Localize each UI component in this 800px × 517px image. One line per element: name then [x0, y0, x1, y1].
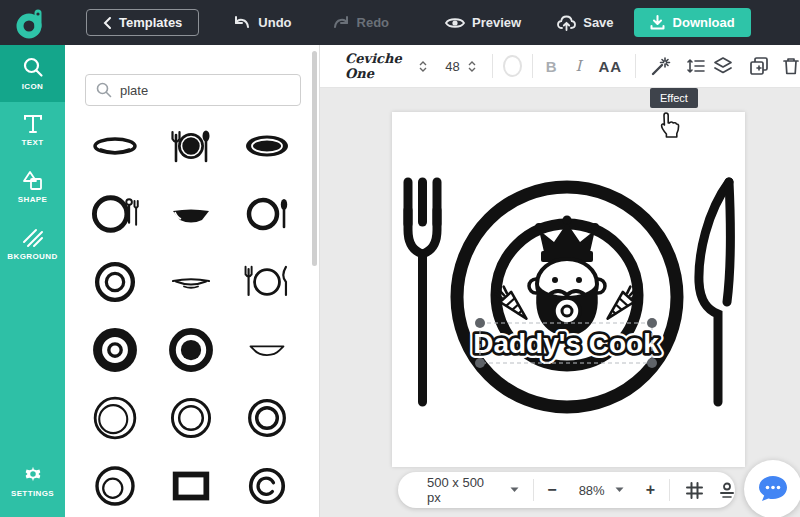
- icon-grid-item[interactable]: [77, 118, 153, 173]
- bold-button[interactable]: B: [546, 58, 557, 75]
- toolbar-divider: [532, 54, 533, 78]
- templates-button[interactable]: Templates: [86, 9, 199, 36]
- icon-grid-item[interactable]: [229, 118, 305, 173]
- icon-grid-item[interactable]: [153, 390, 229, 445]
- caret-down-icon: [468, 67, 476, 72]
- logo-text[interactable]: Daddy's Cook Daddy's Cook Daddy's Cook: [473, 328, 659, 359]
- chef-king-emblem[interactable]: [529, 216, 605, 337]
- zoom-out-button[interactable]: −: [547, 481, 556, 499]
- chevron-left-icon: [103, 17, 111, 29]
- plate-oval-filled-icon: [239, 122, 295, 170]
- caret-down-icon: [419, 67, 427, 72]
- grid-toggle-button[interactable]: [686, 482, 703, 499]
- panel-scrollbar[interactable]: [312, 51, 317, 266]
- layers-button[interactable]: [712, 56, 734, 76]
- icon-grid-item[interactable]: [229, 254, 305, 309]
- icon-grid-item[interactable]: [77, 458, 153, 513]
- fork-shape[interactable]: [408, 182, 437, 402]
- undo-button[interactable]: Undo: [233, 15, 291, 30]
- chat-support-button[interactable]: [744, 460, 800, 517]
- bowl-side-filled-icon: [164, 190, 218, 238]
- font-size-value[interactable]: 48: [445, 59, 459, 74]
- font-family-stepper[interactable]: [419, 61, 427, 72]
- duplicate-button[interactable]: [749, 56, 769, 76]
- trash-icon: [782, 56, 800, 76]
- bottombar-divider: [669, 479, 670, 501]
- save-button[interactable]: Save: [557, 15, 613, 31]
- selection-handle[interactable]: [475, 318, 485, 328]
- snap-position-icon: [719, 482, 735, 499]
- icon-grid-item[interactable]: [153, 186, 229, 241]
- search-box[interactable]: [85, 74, 301, 106]
- place-setting-outline-icon: [238, 256, 296, 308]
- icon-grid-item[interactable]: [153, 322, 229, 377]
- icon-grid-item[interactable]: [229, 458, 305, 513]
- icon-grid-item[interactable]: [77, 254, 153, 309]
- canvas-area[interactable]: Effect: [320, 88, 800, 517]
- sidebar-item-settings[interactable]: SETTINGS: [0, 460, 65, 517]
- text-color-swatch[interactable]: [503, 55, 522, 77]
- delete-button[interactable]: [782, 56, 800, 76]
- icon-grid-item[interactable]: [77, 390, 153, 445]
- canvas-size-select[interactable]: 500 x 500 px: [427, 475, 500, 505]
- preview-button[interactable]: Preview: [445, 15, 521, 30]
- plate-side-thin-icon: [164, 258, 218, 306]
- download-button[interactable]: Download: [634, 8, 751, 37]
- plate-double-ring-icon: [89, 256, 141, 308]
- toolbar-divider: [492, 54, 493, 78]
- sidebar-item-text[interactable]: TEXT: [0, 102, 65, 159]
- search-icon: [22, 56, 44, 78]
- layers-icon: [712, 56, 734, 76]
- canvas-size-caret[interactable]: [510, 487, 519, 493]
- line-spacing-button[interactable]: [686, 57, 706, 75]
- font-family-select[interactable]: Ceviche One: [345, 51, 411, 81]
- zoom-level-caret[interactable]: [615, 487, 624, 493]
- plate-side-ellipse-icon: [89, 122, 141, 170]
- icon-grid-item[interactable]: [229, 390, 305, 445]
- tray-rect-filled-icon: [165, 463, 217, 509]
- redo-label: Redo: [357, 15, 390, 30]
- sidebar-item-icon[interactable]: ICON: [0, 45, 65, 102]
- sidebar-item-bkground[interactable]: BKGROUND: [0, 216, 65, 273]
- undo-icon: [233, 15, 251, 30]
- cloud-upload-icon: [557, 15, 576, 31]
- search-input[interactable]: [120, 83, 270, 98]
- icon-grid-item[interactable]: [153, 118, 229, 173]
- selection-handle[interactable]: [475, 358, 485, 368]
- redo-icon: [332, 15, 350, 30]
- toolbar-divider: [635, 54, 636, 78]
- font-size-stepper[interactable]: [468, 61, 476, 72]
- icon-grid-item[interactable]: [153, 254, 229, 309]
- left-sidebar: ICON TEXT SHAPE BKGROUND: [0, 45, 65, 517]
- zoom-level-value[interactable]: 88%: [579, 483, 605, 498]
- plate-logo-graphic: Daddy's Cook Daddy's Cook Daddy's Cook: [392, 112, 745, 467]
- icon-grid-item[interactable]: [229, 186, 305, 241]
- caret-up-icon: [419, 61, 427, 66]
- icon-grid-item[interactable]: [77, 322, 153, 377]
- italic-button[interactable]: I: [576, 57, 582, 75]
- selection-handle[interactable]: [647, 358, 657, 368]
- snap-position-button[interactable]: [719, 482, 735, 499]
- icon-grid-item[interactable]: [229, 322, 305, 377]
- text-toolbar: Ceviche One 48 B I AA: [320, 45, 800, 88]
- icon-grid-item[interactable]: [77, 186, 153, 241]
- knife-shape[interactable]: [699, 182, 730, 402]
- icon-grid: [77, 118, 305, 513]
- eye-icon: [445, 16, 465, 30]
- logo-artboard[interactable]: Daddy's Cook Daddy's Cook Daddy's Cook: [392, 112, 745, 467]
- icon-grid-item[interactable]: [153, 458, 229, 513]
- selection-handle[interactable]: [647, 318, 657, 328]
- caret-down-icon: [615, 487, 624, 493]
- templates-label: Templates: [119, 15, 182, 30]
- redo-button[interactable]: Redo: [332, 15, 390, 30]
- sidebar-label-bkground: BKGROUND: [7, 252, 57, 261]
- zoom-in-button[interactable]: +: [646, 481, 655, 499]
- effect-button[interactable]: [650, 55, 672, 77]
- plate-with-cutlery-icon: [87, 188, 143, 240]
- editor-main: Ceviche One 48 B I AA: [320, 45, 800, 517]
- letter-case-button[interactable]: AA: [598, 58, 622, 75]
- magic-wand-icon: [650, 55, 672, 77]
- sidebar-label-shape: SHAPE: [18, 195, 48, 204]
- sidebar-item-shape[interactable]: SHAPE: [0, 159, 65, 216]
- app-logo[interactable]: [14, 5, 48, 41]
